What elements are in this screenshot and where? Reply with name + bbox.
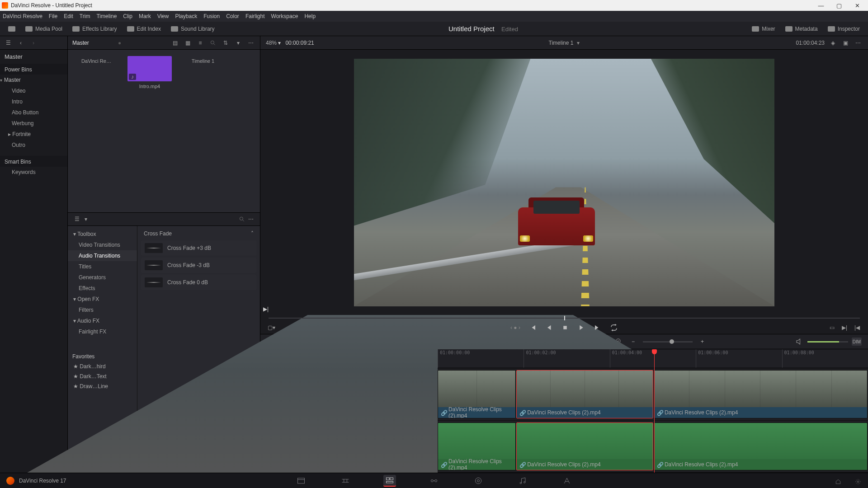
sidebar-item-keywords[interactable]: Keywords [0,167,67,178]
filter-icon[interactable]: ▾ [234,38,243,47]
fx-item[interactable]: Cross Fade +3 dB [141,240,256,256]
page-fusion[interactable] [428,475,440,487]
media-pool-button[interactable]: Media Pool [22,24,66,34]
fx-fairlight[interactable]: Fairlight FX [68,326,137,337]
program-viewer[interactable]: ▶| [260,50,868,315]
page-cut[interactable] [339,475,352,487]
project-settings-icon[interactable] [854,477,863,486]
menu-item[interactable]: Workspace [271,13,298,19]
prev-mark-icon[interactable]: |◀ [853,323,862,332]
mute-icon[interactable] [795,338,804,346]
page-deliver[interactable] [561,475,573,487]
play-button[interactable] [577,324,585,332]
sidebar-item-werbung[interactable]: Werbung [0,118,67,129]
menu-item[interactable]: Mark [139,13,151,19]
page-edit[interactable] [383,475,396,487]
view-grid-icon[interactable]: ▦ [183,38,192,47]
dim-button[interactable]: DIM [852,338,862,346]
next-mark-icon[interactable]: ▶| [840,323,849,332]
viewer-zoom[interactable]: 48% ▾ [266,40,281,46]
menu-item[interactable]: Help [304,13,316,19]
menu-item[interactable]: View [157,13,169,19]
view-strip-icon[interactable]: ▤ [170,38,179,47]
menu-item[interactable]: DaVinci Resolve [3,13,42,19]
menu-item[interactable]: Edit [64,13,73,19]
sidebar-item-intro[interactable]: Intro [0,96,67,107]
menu-item[interactable]: Clip [123,13,132,19]
menu-item[interactable]: Color [226,13,239,19]
options-icon[interactable]: ⋯ [246,38,255,47]
full-screen-button[interactable] [5,24,19,33]
play-reverse-button[interactable] [545,324,553,332]
fx-options-icon[interactable]: ⋯ [246,215,255,224]
fav-item[interactable]: ★ Dark…hird [68,361,137,371]
fx-item[interactable]: Cross Fade 0 dB [141,275,256,290]
go-start-button[interactable] [528,324,537,332]
menu-item[interactable]: Fairlight [245,13,265,19]
effects-library-button[interactable]: Effects Library [69,24,120,34]
bypass-icon[interactable]: ◈ [828,38,837,47]
nav-back-icon[interactable]: ‹ [16,38,25,47]
sort-icon[interactable]: ⇅ [221,38,230,47]
fav-item[interactable]: ★ Draw…Line [68,381,137,391]
menu-item[interactable]: File [49,13,57,19]
next-edit-icon[interactable]: ▶| [263,306,269,312]
fx-openfx[interactable]: ▾ Open FX [68,294,137,305]
video-clip[interactable]: 🔗DaVinci Resolve Clips (2).mp4 [438,370,516,418]
playhead[interactable] [654,349,655,473]
go-end-button[interactable] [594,324,602,332]
timeline-tracks[interactable]: 01:00:00:00 01:00:02:00 01:00:04:00 01:0… [438,349,868,473]
edit-index-button[interactable]: Edit Index [123,24,165,34]
fx-item[interactable]: Cross Fade -3 dB [141,258,256,273]
bin-master[interactable]: Master [0,50,67,64]
menu-item[interactable]: Timeline [96,13,117,19]
fx-filters[interactable]: Filters [68,305,137,315]
sidebar-item-abo[interactable]: Abo Button [0,107,67,118]
match-frame-icon[interactable]: ▢▾ [267,323,276,332]
fx-audiofx[interactable]: ▾ Audio FX [68,315,137,326]
menu-item[interactable]: Trim [80,13,90,19]
fav-item[interactable]: ★ Dark…Text [68,371,137,381]
fx-titles[interactable]: Titles [68,261,137,272]
fx-audio-transitions[interactable]: Audio Transitions [68,250,137,261]
metadata-button[interactable]: Metadata [782,24,821,34]
minimize-button[interactable]: — [812,0,830,11]
clip-timeline[interactable]: Timeline 1 [181,56,225,89]
page-fairlight[interactable] [516,475,529,487]
search-icon[interactable] [208,38,217,47]
clip-intro[interactable]: ♪ Intro.mp4 [127,56,172,89]
nav-fwd-icon[interactable]: › [29,38,38,47]
stop-button[interactable] [561,324,569,332]
audio-clip[interactable]: 🔗DaVinci Resolve Clips (2).mp4 [654,422,868,471]
dual-viewer-icon[interactable]: ▭ [827,323,836,332]
close-button[interactable]: ✕ [848,0,866,11]
maximize-button[interactable]: ▢ [830,0,848,11]
project-manager-icon[interactable] [834,477,843,486]
fx-effects[interactable]: Effects [68,283,137,294]
sidebar-item-fortnite[interactable]: ▸ Fortnite [0,129,67,140]
menu-item[interactable]: Fusion [203,13,220,19]
sound-library-button[interactable]: Sound Library [167,24,218,34]
page-media[interactable] [295,475,307,487]
page-color[interactable] [472,475,485,487]
inspector-button[interactable]: Inspector [824,24,863,34]
sidebar-toggle-icon[interactable]: ☰ [4,38,13,47]
video-clip[interactable]: 🔗DaVinci Resolve Clips (2).mp4 [654,370,868,418]
fx-panel-toggle-icon[interactable]: ☰ [72,215,81,224]
audio-clip[interactable]: 🔗DaVinci Resolve Clips (2).mp4 [516,422,653,471]
fx-search-icon[interactable] [237,215,246,224]
fx-toolbox[interactable]: ▾ Toolbox [68,229,137,239]
mixer-button[interactable]: Mixer [748,24,778,34]
view-list-icon[interactable]: ≡ [196,38,205,47]
fx-collapse-icon[interactable]: ▾ [81,215,90,224]
fx-category[interactable]: Cross Fade˄ [141,229,256,240]
fx-generators[interactable]: Generators [68,272,137,283]
loop-button[interactable] [610,324,618,332]
menu-item[interactable]: Playback [175,13,197,19]
sidebar-item-master[interactable]: Master [0,75,67,85]
viewer-options-icon[interactable]: ⋯ [854,38,863,47]
video-clip[interactable]: 🔗DaVinci Resolve Clips (2).mp4 [516,370,653,418]
volume-slider[interactable] [807,341,848,343]
sidebar-item-outro[interactable]: Outro [0,140,67,150]
timeline-name[interactable]: Timeline 1 [549,40,574,46]
